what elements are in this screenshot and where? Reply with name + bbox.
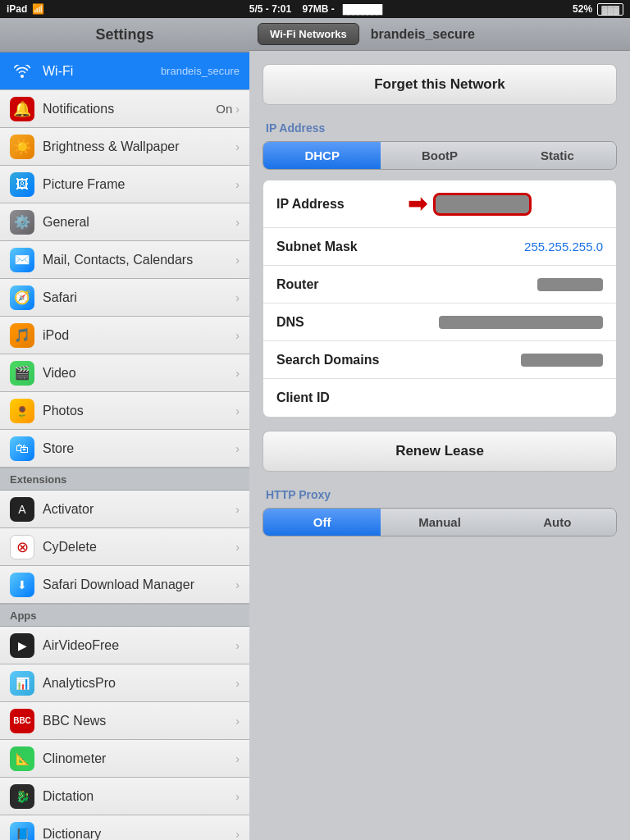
dictation-icon: 🐉 — [10, 784, 34, 809]
general-label: General — [43, 215, 232, 230]
sidebar-item-airvideo[interactable]: ▶ AirVideoFree › — [0, 627, 249, 664]
sidebar: Settings Wi-Fi brandeis_secure 🔔 Notific… — [0, 18, 249, 840]
store-label: Store — [43, 441, 232, 456]
proxy-segmented-control: Off Manual Auto — [262, 508, 617, 536]
red-arrow-icon: ➡ — [408, 190, 427, 217]
clinometer-chevron: › — [235, 752, 240, 765]
mail-chevron: › — [235, 253, 240, 267]
sidebar-item-ipod[interactable]: 🎵 iPod › — [0, 317, 249, 354]
ip-type-segmented-control: DHCP BootP Static — [262, 141, 617, 170]
network-name-tab[interactable]: brandeis_secure — [364, 24, 482, 45]
search-domains-label: Search Domains — [276, 353, 408, 368]
tab-bar: Wi-Fi Networks brandeis_secure — [249, 18, 630, 51]
right-panel: Wi-Fi Networks brandeis_secure Forget th… — [249, 18, 630, 840]
video-icon: 🎬 — [10, 361, 34, 386]
mail-label: Mail, Contacts, Calendars — [43, 253, 232, 267]
sidebar-item-store[interactable]: 🛍 Store › — [0, 430, 249, 468]
sidebar-item-analytics[interactable]: 📊 AnalyticsPro › — [0, 664, 249, 702]
video-label: Video — [43, 366, 232, 381]
bbc-label: BBC News — [43, 714, 232, 728]
client-id-label: Client ID — [276, 390, 408, 405]
sidebar-item-photos[interactable]: 🌻 Photos › — [0, 392, 249, 430]
renew-lease-button[interactable]: Renew Lease — [262, 431, 617, 472]
wifi-value: brandeis_secure — [161, 65, 240, 77]
proxy-auto-tab[interactable]: Auto — [499, 509, 616, 536]
sidebar-item-wifi[interactable]: Wi-Fi brandeis_secure — [0, 52, 249, 90]
router-row: Router — [263, 266, 616, 304]
brightness-icon: ☀️ — [10, 135, 34, 159]
time-display: 5/5 - 7:01 — [249, 3, 291, 15]
ipod-icon: 🎵 — [10, 323, 34, 348]
dhcp-tab[interactable]: DHCP — [263, 142, 381, 169]
dictionary-label: Dictionary — [43, 827, 232, 841]
sidebar-item-dictionary[interactable]: 📘 Dictionary › — [0, 815, 249, 840]
store-chevron: › — [235, 442, 240, 455]
sidebar-item-clinometer[interactable]: 📐 Clinometer › — [0, 740, 249, 778]
wifi-networks-tab[interactable]: Wi-Fi Networks — [258, 23, 359, 45]
network-bar: ████████ — [343, 4, 381, 14]
device-label: iPad — [7, 3, 27, 15]
photos-chevron: › — [235, 404, 240, 418]
ip-address-highlighted-value — [433, 193, 532, 216]
cydelete-icon: ⊗ — [10, 535, 34, 559]
battery-icon: ▓▓▓ — [597, 3, 623, 16]
activator-label: Activator — [43, 502, 232, 517]
subnet-mask-row: Subnet Mask 255.255.255.0 — [263, 228, 616, 266]
analytics-chevron: › — [235, 677, 240, 690]
content-area: Forget this Network IP Address DHCP Boot… — [249, 51, 630, 840]
safari-icon: 🧭 — [10, 285, 34, 310]
router-value-bar — [537, 278, 603, 291]
clinometer-icon: 📐 — [10, 746, 34, 771]
sidebar-item-mail[interactable]: ✉️ Mail, Contacts, Calendars › — [0, 241, 249, 279]
airvideo-chevron: › — [235, 639, 240, 652]
apps-section-header: Apps — [0, 604, 249, 627]
dns-label: DNS — [276, 315, 408, 330]
router-label: Router — [276, 277, 408, 292]
dictionary-icon: 📘 — [10, 822, 34, 841]
dictation-label: Dictation — [43, 789, 232, 804]
safari-dl-icon: ⬇ — [10, 573, 34, 597]
notifications-value: On — [216, 102, 232, 116]
general-chevron: › — [235, 216, 240, 229]
sidebar-item-cydelete[interactable]: ⊗ CyDelete › — [0, 528, 249, 566]
activator-icon: A — [10, 497, 34, 522]
bootp-tab[interactable]: BootP — [381, 142, 498, 169]
photos-icon: 🌻 — [10, 399, 34, 423]
brightness-chevron: › — [235, 140, 240, 153]
proxy-off-tab[interactable]: Off — [263, 509, 381, 536]
sidebar-item-brightness[interactable]: ☀️ Brightness & Wallpaper › — [0, 128, 249, 166]
picture-frame-icon: 🖼 — [10, 172, 34, 197]
ip-table-group: IP Address ➡ Subnet Mask 255.255.255.0 R… — [262, 180, 617, 418]
clinometer-label: Clinometer — [43, 751, 232, 766]
sidebar-item-safari[interactable]: 🧭 Safari › — [0, 279, 249, 317]
ip-address-row: IP Address ➡ — [263, 180, 616, 228]
sidebar-item-safari-dl[interactable]: ⬇ Safari Download Manager › — [0, 566, 249, 604]
sidebar-item-video[interactable]: 🎬 Video › — [0, 354, 249, 392]
sidebar-item-picture-frame[interactable]: 🖼 Picture Frame › — [0, 166, 249, 203]
sidebar-item-activator[interactable]: A Activator › — [0, 491, 249, 528]
static-tab[interactable]: Static — [499, 142, 616, 169]
bbc-chevron: › — [235, 714, 240, 728]
dns-row: DNS — [263, 304, 616, 341]
sidebar-item-dictation[interactable]: 🐉 Dictation › — [0, 778, 249, 815]
airvideo-icon: ▶ — [10, 633, 34, 658]
safari-dl-label: Safari Download Manager — [43, 578, 232, 592]
brightness-label: Brightness & Wallpaper — [43, 139, 232, 154]
sidebar-item-general[interactable]: ⚙️ General › — [0, 203, 249, 241]
airvideo-label: AirVideoFree — [43, 638, 232, 653]
notifications-label: Notifications — [43, 102, 216, 116]
store-icon: 🛍 — [10, 436, 34, 461]
proxy-manual-tab[interactable]: Manual — [381, 509, 498, 536]
notifications-chevron: › — [235, 103, 240, 116]
cydelete-label: CyDelete — [43, 540, 232, 555]
wifi-icon — [10, 59, 34, 84]
client-id-row: Client ID — [263, 379, 616, 417]
sidebar-item-notifications[interactable]: 🔔 Notifications On › — [0, 90, 249, 128]
mail-icon: ✉️ — [10, 248, 34, 272]
ipod-label: iPod — [43, 328, 232, 343]
picture-frame-chevron: › — [235, 178, 240, 191]
bbc-icon: BBC — [10, 709, 34, 733]
activator-chevron: › — [235, 503, 240, 516]
sidebar-item-bbc[interactable]: BBC BBC News › — [0, 702, 249, 740]
forget-network-button[interactable]: Forget this Network — [262, 64, 617, 105]
